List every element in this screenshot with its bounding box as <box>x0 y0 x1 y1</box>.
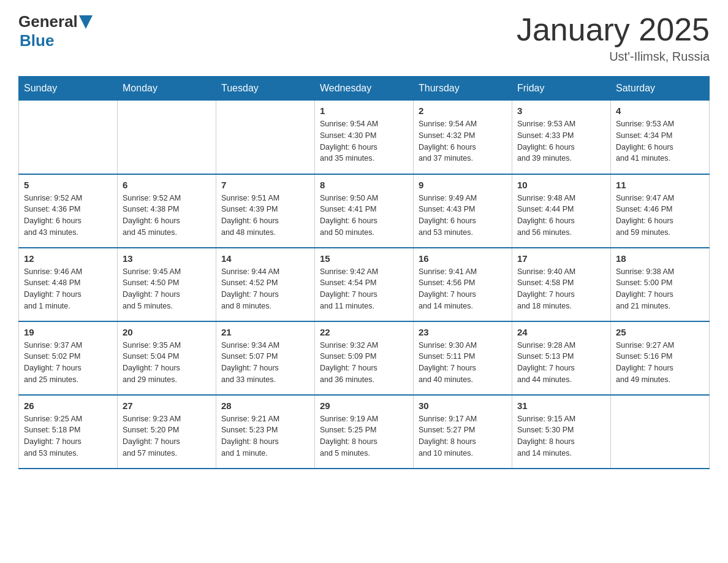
day-info: Sunrise: 9:44 AM Sunset: 4:52 PM Dayligh… <box>221 266 309 312</box>
day-info: Sunrise: 9:35 AM Sunset: 5:04 PM Dayligh… <box>123 340 211 386</box>
day-number: 11 <box>616 180 704 190</box>
day-info: Sunrise: 9:53 AM Sunset: 4:33 PM Dayligh… <box>517 118 605 164</box>
table-row: 31Sunrise: 9:15 AM Sunset: 5:30 PM Dayli… <box>512 395 611 469</box>
table-row: 11Sunrise: 9:47 AM Sunset: 4:46 PM Dayli… <box>611 174 710 248</box>
day-number: 16 <box>419 253 507 264</box>
table-row: 17Sunrise: 9:40 AM Sunset: 4:58 PM Dayli… <box>512 248 611 321</box>
day-info: Sunrise: 9:52 AM Sunset: 4:38 PM Dayligh… <box>123 193 211 239</box>
calendar-week-row: 19Sunrise: 9:37 AM Sunset: 5:02 PM Dayli… <box>19 321 710 395</box>
table-row: 29Sunrise: 9:19 AM Sunset: 5:25 PM Dayli… <box>315 395 414 469</box>
table-row: 15Sunrise: 9:42 AM Sunset: 4:54 PM Dayli… <box>315 248 414 321</box>
table-row: 16Sunrise: 9:41 AM Sunset: 4:56 PM Dayli… <box>414 248 512 321</box>
day-info: Sunrise: 9:45 AM Sunset: 4:50 PM Dayligh… <box>123 266 211 312</box>
table-row <box>611 395 710 469</box>
logo-general-text: General <box>18 12 78 31</box>
day-info: Sunrise: 9:51 AM Sunset: 4:39 PM Dayligh… <box>221 193 309 239</box>
header-monday: Monday <box>118 77 216 101</box>
day-number: 19 <box>24 327 112 337</box>
day-info: Sunrise: 9:15 AM Sunset: 5:30 PM Dayligh… <box>517 413 605 459</box>
table-row: 27Sunrise: 9:23 AM Sunset: 5:20 PM Dayli… <box>118 395 216 469</box>
day-number: 30 <box>419 400 507 411</box>
calendar-week-row: 12Sunrise: 9:46 AM Sunset: 4:48 PM Dayli… <box>19 248 710 321</box>
table-row: 25Sunrise: 9:27 AM Sunset: 5:16 PM Dayli… <box>611 321 710 395</box>
logo-blue-text: Blue <box>20 31 54 50</box>
day-info: Sunrise: 9:17 AM Sunset: 5:27 PM Dayligh… <box>419 413 507 459</box>
table-row: 9Sunrise: 9:49 AM Sunset: 4:43 PM Daylig… <box>414 174 512 248</box>
table-row: 13Sunrise: 9:45 AM Sunset: 4:50 PM Dayli… <box>118 248 216 321</box>
table-row: 19Sunrise: 9:37 AM Sunset: 5:02 PM Dayli… <box>19 321 118 395</box>
day-number: 28 <box>221 400 309 411</box>
day-number: 1 <box>320 105 408 116</box>
day-info: Sunrise: 9:53 AM Sunset: 4:34 PM Dayligh… <box>616 118 704 164</box>
table-row: 5Sunrise: 9:52 AM Sunset: 4:36 PM Daylig… <box>19 174 118 248</box>
day-number: 3 <box>517 105 605 116</box>
day-info: Sunrise: 9:50 AM Sunset: 4:41 PM Dayligh… <box>320 193 408 239</box>
day-number: 8 <box>320 180 408 190</box>
day-number: 5 <box>24 180 112 190</box>
day-number: 10 <box>517 180 605 190</box>
day-number: 4 <box>616 105 704 116</box>
day-number: 15 <box>320 253 408 264</box>
table-row: 20Sunrise: 9:35 AM Sunset: 5:04 PM Dayli… <box>118 321 216 395</box>
header-tuesday: Tuesday <box>216 77 315 101</box>
table-row <box>216 101 315 174</box>
day-number: 2 <box>419 105 507 116</box>
header-wednesday: Wednesday <box>315 77 414 101</box>
page-header: General Blue January 2025 Ust'-Ilimsk, R… <box>18 12 710 64</box>
calendar-header-row: Sunday Monday Tuesday Wednesday Thursday… <box>19 77 710 101</box>
table-row: 12Sunrise: 9:46 AM Sunset: 4:48 PM Dayli… <box>19 248 118 321</box>
day-info: Sunrise: 9:42 AM Sunset: 4:54 PM Dayligh… <box>320 266 408 312</box>
day-info: Sunrise: 9:28 AM Sunset: 5:13 PM Dayligh… <box>517 340 605 386</box>
day-number: 29 <box>320 400 408 411</box>
calendar-week-row: 5Sunrise: 9:52 AM Sunset: 4:36 PM Daylig… <box>19 174 710 248</box>
table-row: 2Sunrise: 9:54 AM Sunset: 4:32 PM Daylig… <box>414 101 512 174</box>
table-row: 26Sunrise: 9:25 AM Sunset: 5:18 PM Dayli… <box>19 395 118 469</box>
day-info: Sunrise: 9:32 AM Sunset: 5:09 PM Dayligh… <box>320 340 408 386</box>
table-row: 23Sunrise: 9:30 AM Sunset: 5:11 PM Dayli… <box>414 321 512 395</box>
day-number: 31 <box>517 400 605 411</box>
table-row: 4Sunrise: 9:53 AM Sunset: 4:34 PM Daylig… <box>611 101 710 174</box>
day-number: 18 <box>616 253 704 264</box>
header-friday: Friday <box>512 77 611 101</box>
header-sunday: Sunday <box>19 77 118 101</box>
day-number: 27 <box>123 400 211 411</box>
table-row: 7Sunrise: 9:51 AM Sunset: 4:39 PM Daylig… <box>216 174 315 248</box>
day-number: 17 <box>517 253 605 264</box>
header-thursday: Thursday <box>414 77 512 101</box>
day-number: 21 <box>221 327 309 337</box>
table-row: 3Sunrise: 9:53 AM Sunset: 4:33 PM Daylig… <box>512 101 611 174</box>
day-number: 25 <box>616 327 704 337</box>
table-row: 30Sunrise: 9:17 AM Sunset: 5:27 PM Dayli… <box>414 395 512 469</box>
table-row: 24Sunrise: 9:28 AM Sunset: 5:13 PM Dayli… <box>512 321 611 395</box>
table-row: 21Sunrise: 9:34 AM Sunset: 5:07 PM Dayli… <box>216 321 315 395</box>
table-row <box>19 101 118 174</box>
calendar-week-row: 26Sunrise: 9:25 AM Sunset: 5:18 PM Dayli… <box>19 395 710 469</box>
day-info: Sunrise: 9:38 AM Sunset: 5:00 PM Dayligh… <box>616 266 704 312</box>
day-number: 24 <box>517 327 605 337</box>
header-saturday: Saturday <box>611 77 710 101</box>
logo: General Blue <box>18 12 93 50</box>
day-info: Sunrise: 9:30 AM Sunset: 5:11 PM Dayligh… <box>419 340 507 386</box>
table-row: 10Sunrise: 9:48 AM Sunset: 4:44 PM Dayli… <box>512 174 611 248</box>
day-number: 20 <box>123 327 211 337</box>
day-number: 14 <box>221 253 309 264</box>
day-info: Sunrise: 9:46 AM Sunset: 4:48 PM Dayligh… <box>24 266 112 312</box>
table-row: 22Sunrise: 9:32 AM Sunset: 5:09 PM Dayli… <box>315 321 414 395</box>
day-info: Sunrise: 9:19 AM Sunset: 5:25 PM Dayligh… <box>320 413 408 459</box>
table-row: 14Sunrise: 9:44 AM Sunset: 4:52 PM Dayli… <box>216 248 315 321</box>
day-info: Sunrise: 9:41 AM Sunset: 4:56 PM Dayligh… <box>419 266 507 312</box>
logo-triangle-icon <box>79 15 93 29</box>
table-row: 18Sunrise: 9:38 AM Sunset: 5:00 PM Dayli… <box>611 248 710 321</box>
svg-marker-0 <box>79 15 93 29</box>
day-info: Sunrise: 9:37 AM Sunset: 5:02 PM Dayligh… <box>24 340 112 386</box>
calendar-week-row: 1Sunrise: 9:54 AM Sunset: 4:30 PM Daylig… <box>19 101 710 174</box>
table-row: 6Sunrise: 9:52 AM Sunset: 4:38 PM Daylig… <box>118 174 216 248</box>
title-area: January 2025 Ust'-Ilimsk, Russia <box>517 12 710 64</box>
day-number: 26 <box>24 400 112 411</box>
calendar-table: Sunday Monday Tuesday Wednesday Thursday… <box>18 76 710 469</box>
day-info: Sunrise: 9:23 AM Sunset: 5:20 PM Dayligh… <box>123 413 211 459</box>
day-info: Sunrise: 9:48 AM Sunset: 4:44 PM Dayligh… <box>517 193 605 239</box>
day-number: 7 <box>221 180 309 190</box>
table-row: 1Sunrise: 9:54 AM Sunset: 4:30 PM Daylig… <box>315 101 414 174</box>
day-number: 6 <box>123 180 211 190</box>
